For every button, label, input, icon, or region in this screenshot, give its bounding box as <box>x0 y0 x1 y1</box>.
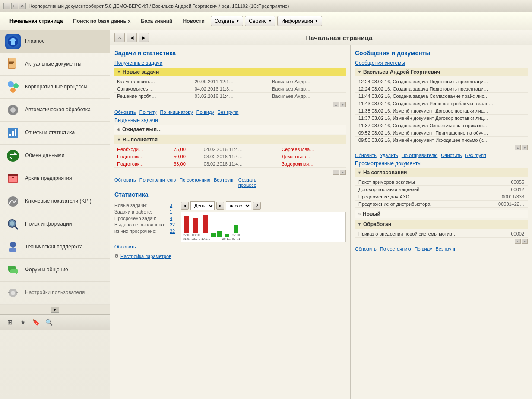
nav-knowledge[interactable]: База знаний <box>136 16 177 26</box>
table-row[interactable]: Ознакомьтесь … 04.02.2016 11:3… Васильев… <box>114 85 346 93</box>
msg-scroll-down[interactable]: ▼ <box>522 145 528 150</box>
sidebar-item-search[interactable]: Поиск информации <box>0 213 110 236</box>
delete-msg-link[interactable]: Удалить <box>380 153 398 158</box>
by-status-link[interactable]: По состоянию <box>179 177 210 188</box>
by-executor-link[interactable]: По исполнителю <box>139 177 176 188</box>
no-groups-msg-link[interactable]: Без групп <box>465 153 486 158</box>
vasiliev-toggle[interactable]: ▼ <box>358 70 361 74</box>
msg-scroll-up[interactable]: ▲ <box>515 145 521 150</box>
sidebar-item-reports[interactable]: Отчеты и статистика <box>0 122 110 145</box>
restore-btn[interactable]: □ <box>11 3 18 9</box>
create-process-link[interactable]: Создатьпроцесс <box>238 177 256 188</box>
doc-item-4[interactable]: Предложение от дистрибьютора 00001–22… <box>355 201 528 208</box>
system-messages-link[interactable]: Сообщения системы <box>355 60 528 66</box>
sidebar-item-forum[interactable]: Форум и общение <box>0 259 110 282</box>
minimize-btn[interactable]: ─ <box>3 3 10 9</box>
sidebar-item-kpi[interactable]: Ключевые показатели (KPI) <box>0 190 110 213</box>
scroll-up-btn[interactable]: ▲ <box>333 102 339 107</box>
msg-item-5[interactable]: 11:38 03.02.16, Изменён документ Договор… <box>355 107 528 115</box>
no-groups-docs-link[interactable]: Без групп <box>436 246 457 251</box>
refresh-stats-link[interactable]: Обновить <box>114 244 136 249</box>
docs-scroll-down[interactable]: ▼ <box>522 239 528 244</box>
issued-scroll-down[interactable]: ▼ <box>340 170 346 175</box>
unit-select[interactable]: часах <box>226 201 251 210</box>
no-groups-issued-link[interactable]: Без групп <box>214 177 235 188</box>
refresh-docs-link[interactable]: Обновить <box>355 246 377 251</box>
sidebar-item-corp[interactable]: Корпоративные процессы <box>0 76 110 99</box>
sidebar-item-auto[interactable]: Автоматическая обработка <box>0 99 110 122</box>
dropdown-info[interactable]: Информация ▼ <box>277 16 322 26</box>
refresh-received-link[interactable]: Обновить <box>114 110 136 115</box>
new-doc-toggle[interactable]: ⊕ <box>358 212 361 216</box>
new-tasks-count-link[interactable]: 3 <box>170 203 172 208</box>
viewed-docs-link[interactable]: Просмотренные документы <box>355 160 528 167</box>
chart-prev-btn[interactable]: ◄ <box>181 202 189 210</box>
chart-help-btn[interactable]: ? <box>253 202 261 210</box>
msg-item-7[interactable]: 11:37 03.02.16, Создана задача Ознакомьт… <box>355 122 528 129</box>
by-status-docs-link[interactable]: По состоянию <box>380 246 411 251</box>
nav-news[interactable]: Новости <box>179 16 209 26</box>
doc-item-processed-1[interactable]: Приказ о внедрении новой системы мотив… … <box>355 230 528 238</box>
star-icon[interactable]: ★ <box>18 317 28 327</box>
msg-item-3[interactable]: 11:44 03.02.16, Создана задача Согласова… <box>355 93 528 100</box>
sidebar-expand-btn[interactable]: ▼ <box>51 307 59 313</box>
sidebar-item-archive[interactable]: Архив предприятия <box>0 167 110 190</box>
close-btn[interactable]: ✕ <box>19 3 26 9</box>
issued-scroll-up[interactable]: ▲ <box>333 170 339 175</box>
by-sender-link[interactable]: По отправителю <box>402 153 438 158</box>
settings-params-link[interactable]: Настройка параметров <box>120 254 171 259</box>
home-toolbar-btn[interactable]: ⌂ <box>114 33 125 42</box>
grid-icon[interactable]: ⊞ <box>5 317 15 327</box>
table-row[interactable]: Подготовк… 50,00 03.02.2016 11:4… Демент… <box>114 153 346 160</box>
sidebar-item-exchange[interactable]: Обмен данными <box>0 145 110 167</box>
chart-next-btn[interactable]: ► <box>216 202 224 210</box>
nav-home[interactable]: Начальная страница <box>5 16 67 26</box>
issued-tasks-link[interactable]: Выданные задачи <box>114 117 346 123</box>
not-done-count-link[interactable]: 22 <box>170 222 175 227</box>
sidebar-item-docs[interactable]: Актуальные документы <box>0 53 110 76</box>
msg-item-8[interactable]: 09:52 03.02.16, Изменён документ Приглаш… <box>355 129 528 137</box>
processed-toggle[interactable]: ▼ <box>358 222 361 226</box>
doc-item-3[interactable]: Предложение для АХО 00011/333 <box>355 193 528 201</box>
refresh-msg-link[interactable]: Обновить <box>355 153 377 158</box>
by-view-docs-link[interactable]: По виду <box>415 246 432 251</box>
table-row[interactable]: Подготовк… 33,00 03.02.2016 11:4… Задоро… <box>114 160 346 168</box>
bookmark-icon[interactable]: 🔖 <box>31 317 41 327</box>
overdue-issued-count-link[interactable]: 22 <box>170 229 175 234</box>
overdue-count-link[interactable]: 4 <box>170 216 172 221</box>
waiting-toggle[interactable]: ⊕ <box>117 127 120 132</box>
search-bottom-icon[interactable]: 🔍 <box>44 317 54 327</box>
sidebar-item-support[interactable]: Техническая поддержка <box>0 236 110 259</box>
table-row[interactable]: Как установить… 20.09.2011 12:1… Василье… <box>114 78 346 85</box>
no-groups-link[interactable]: Без групп <box>218 110 239 115</box>
forward-btn[interactable]: ▶ <box>139 33 149 42</box>
msg-item-6[interactable]: 11:37 03.02.16, Изменён документ Договор… <box>355 115 528 122</box>
dropdown-service[interactable]: Сервис ▼ <box>245 16 276 26</box>
table-row[interactable]: Необходи… 75,00 04.02.2016 11:4… Сергеев… <box>114 146 346 153</box>
clear-msg-link[interactable]: Очистить <box>441 153 462 158</box>
period-select[interactable]: День <box>190 201 215 210</box>
msg-item-2[interactable]: 12:24 03.02.16, Создана задача Подготови… <box>355 85 528 93</box>
new-tasks-toggle[interactable]: ▼ <box>117 70 121 74</box>
doc-item-1[interactable]: Пакет примеров рекламы 00055 <box>355 179 528 186</box>
msg-item-1[interactable]: 12:24 03.02.16, Создана задача Подготови… <box>355 78 528 85</box>
msg-item-4[interactable]: 11:43 03.02.16, Создана задача Решение п… <box>355 100 528 107</box>
by-view-link[interactable]: По виду <box>196 110 214 115</box>
table-row[interactable]: Решение пробл… 03.02.2016 11:4… Васильев… <box>114 93 346 100</box>
scroll-down-btn[interactable]: ▼ <box>340 102 346 107</box>
sidebar-item-settings[interactable]: Настройки пользователя <box>0 282 110 305</box>
on-approval-toggle[interactable]: ▼ <box>358 170 361 175</box>
executing-toggle[interactable]: ▼ <box>117 138 121 142</box>
received-tasks-link[interactable]: Полученные задачи <box>114 60 346 66</box>
working-tasks-count-link[interactable]: 1 <box>170 209 172 214</box>
docs-scroll-up[interactable]: ▲ <box>515 239 521 244</box>
by-initiator-link[interactable]: По инициатору <box>160 110 193 115</box>
msg-item-9[interactable]: 09:50 03.02.16, Изменён документ Исходящ… <box>355 137 528 144</box>
nav-search-db[interactable]: Поиск по базе данных <box>69 16 135 26</box>
back-btn[interactable]: ◀ <box>127 33 137 42</box>
dropdown-create[interactable]: Создать ▼ <box>211 16 244 26</box>
window-controls[interactable]: ─ □ ✕ <box>3 3 26 9</box>
refresh-issued-link[interactable]: Обновить <box>114 177 136 188</box>
doc-item-2[interactable]: Договор поставки лицензий 00012 <box>355 186 528 193</box>
by-type-link[interactable]: По типу <box>139 110 157 115</box>
